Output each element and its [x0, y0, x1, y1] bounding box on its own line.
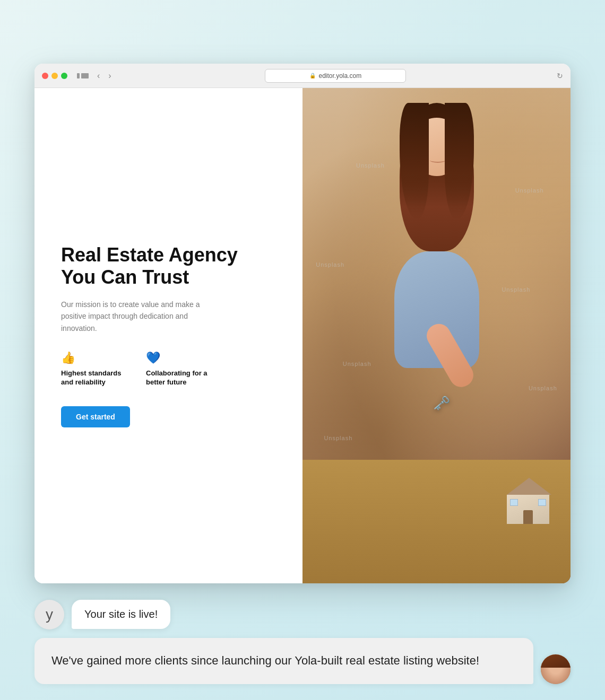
browser-window: ‹ › 🔒 editor.yola.com ↻ Real Estate Agen…: [34, 64, 571, 583]
nav-buttons: ‹ ›: [94, 70, 115, 82]
thumbsup-icon: 👍: [61, 351, 125, 365]
lock-icon: 🔒: [309, 73, 316, 78]
chat-section: y Your site is live! We've gained more c…: [34, 600, 571, 684]
feature-item-1: 👍 Highest standards and reliability: [61, 351, 125, 387]
chat-message-1: y Your site is live!: [34, 600, 571, 629]
watermark-5: Unsplash: [343, 361, 371, 367]
browser-toolbar: ‹ › 🔒 editor.yola.com ↻: [34, 64, 571, 88]
maximize-button[interactable]: [61, 73, 67, 79]
traffic-lights: [42, 73, 67, 79]
chat-message-2: We've gained more clients since launchin…: [34, 638, 571, 684]
watermark-7: Unsplash: [324, 435, 352, 441]
hero-image: 🗝️: [302, 88, 571, 583]
back-button[interactable]: ‹: [94, 70, 103, 82]
feature-label-1: Highest standards and reliability: [61, 369, 125, 387]
features-row: 👍 Highest standards and reliability 💙 Co…: [61, 351, 276, 387]
chat-text-2: We've gained more clients since launchin…: [51, 654, 479, 667]
browser-content: Real Estate Agency You Can Trust Our mis…: [34, 88, 571, 583]
watermark-3: Unsplash: [316, 261, 344, 268]
content-left: Real Estate Agency You Can Trust Our mis…: [34, 88, 302, 583]
feature-item-2: 💙 Collaborating for a better future: [146, 351, 210, 387]
watermark-2: Unsplash: [515, 187, 544, 194]
feature-label-2: Collaborating for a better future: [146, 369, 210, 387]
hero-title: Real Estate Agency You Can Trust: [61, 244, 276, 288]
refresh-button[interactable]: ↻: [557, 72, 563, 80]
cta-button[interactable]: Get started: [61, 406, 130, 427]
heart-icon: 💙: [146, 351, 210, 365]
chat-bubble-1: Your site is live!: [72, 600, 170, 629]
sidebar-toggle[interactable]: [77, 73, 89, 78]
watermark-4: Unsplash: [502, 286, 530, 293]
forward-button[interactable]: ›: [105, 70, 114, 82]
url-text: editor.yola.com: [318, 72, 361, 80]
yola-avatar: y: [34, 600, 64, 629]
chat-text-1: Your site is live!: [84, 608, 158, 620]
chat-bubble-2: We've gained more clients since launchin…: [34, 638, 533, 684]
watermark-1: Unsplash: [356, 162, 385, 169]
minimize-button[interactable]: [51, 73, 58, 79]
hero-description: Our mission is to create value and make …: [61, 299, 210, 334]
user-avatar: [541, 654, 571, 684]
close-button[interactable]: [42, 73, 48, 79]
watermark-6: Unsplash: [529, 385, 557, 391]
address-bar[interactable]: 🔒 editor.yola.com: [265, 69, 406, 83]
content-right: 🗝️: [302, 88, 571, 583]
